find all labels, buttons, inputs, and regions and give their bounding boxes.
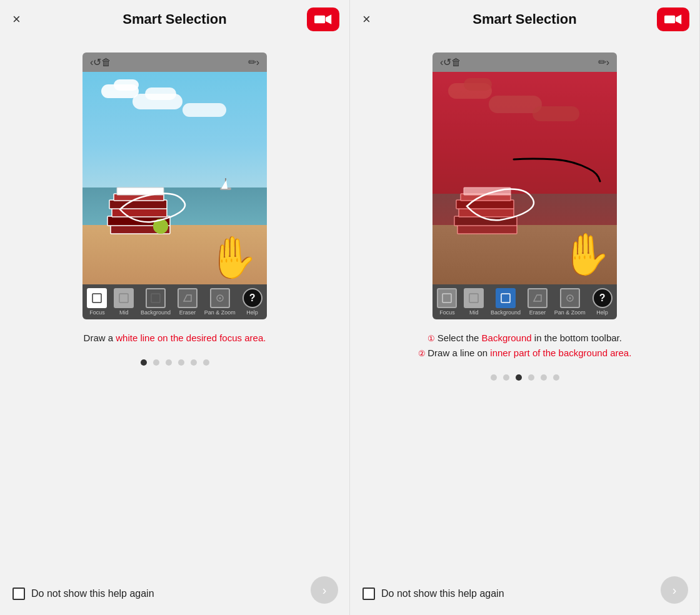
forward-icon[interactable]: › <box>256 57 259 68</box>
left-panel: × Smart Selection ‹ ↺ 🗑 ✏ › <box>0 0 350 615</box>
right-background-icon <box>496 288 516 308</box>
help-icon-container: ? <box>242 288 262 308</box>
right-help-tool[interactable]: ? Help <box>590 287 615 317</box>
right-do-not-show-label: Do not show this help again <box>381 588 504 599</box>
right-undo-icon[interactable]: ↺ <box>443 56 451 68</box>
background-icon-svg <box>150 292 161 304</box>
left-close-button[interactable]: × <box>12 11 21 28</box>
right-desc-text-1b: in the bottom toolbar. <box>532 332 622 343</box>
left-phone-toolbar: ‹ ↺ 🗑 ✏ › <box>82 52 267 72</box>
focus-label: Focus <box>89 309 105 316</box>
background-label: Background <box>141 309 171 316</box>
hand-cursor-right: 🤚 <box>560 231 611 278</box>
right-record-icon <box>664 13 682 26</box>
right-dots <box>491 374 559 381</box>
left-screen: 🤚 <box>82 72 267 284</box>
right-mid-tool[interactable]: Mid <box>461 287 486 317</box>
pencil-icon[interactable]: ✏ <box>248 56 256 68</box>
right-desc-highlight-1: Background <box>482 332 532 343</box>
eraser-icon-svg <box>182 292 193 304</box>
right-description: ① Select the Background in the bottom to… <box>406 331 644 361</box>
svg-rect-0 <box>314 16 325 23</box>
help-icon: ? <box>249 292 256 304</box>
focus-icon <box>87 288 107 308</box>
help-label: Help <box>246 309 258 316</box>
right-focus-icon <box>437 288 457 308</box>
right-background-label: Background <box>491 309 521 316</box>
right-panel: × Smart Selection ‹ ↺ 🗑 ✏ › <box>350 0 700 615</box>
right-mid-icon <box>464 288 484 308</box>
mid-icon <box>114 288 134 308</box>
right-close-button[interactable]: × <box>362 11 371 28</box>
svg-marker-17 <box>676 14 681 24</box>
svg-rect-11 <box>119 294 128 302</box>
dot-6 <box>203 359 209 366</box>
pan-zoom-icon <box>210 288 230 308</box>
right-focus-tool[interactable]: Focus <box>434 287 459 317</box>
eraser-icon <box>178 288 198 308</box>
right-pan-zoom-label: Pan & Zoom <box>554 309 586 316</box>
right-pencil-icon[interactable]: ✏ <box>598 56 606 68</box>
right-desc-text-1: Select the <box>438 332 482 343</box>
right-trash-icon[interactable]: 🗑 <box>451 57 461 68</box>
mid-tool[interactable]: Mid <box>111 287 136 317</box>
right-mid-label: Mid <box>469 309 479 316</box>
right-focus-label: Focus <box>439 309 455 316</box>
right-title: Smart Selection <box>472 11 576 28</box>
right-dot-4 <box>528 374 534 381</box>
left-phone: ‹ ↺ 🗑 ✏ › <box>82 52 267 319</box>
right-eraser-tool[interactable]: Eraser <box>525 287 550 317</box>
undo-icon[interactable]: ↺ <box>93 56 101 68</box>
right-next-arrow[interactable]: › <box>661 576 688 604</box>
right-desc-line-1: ① Select the Background in the bottom to… <box>418 331 632 346</box>
right-dot-2 <box>503 374 509 381</box>
mid-icon-svg <box>118 292 129 304</box>
left-description: Draw a white line on the desired focus a… <box>71 331 279 346</box>
right-desc-highlight-2: inner part of the background area. <box>490 348 631 358</box>
left-record-button[interactable] <box>307 8 339 31</box>
right-phone: ‹ ↺ 🗑 ✏ › <box>432 52 617 319</box>
right-background-tool[interactable]: Background <box>488 287 523 317</box>
right-eraser-label: Eraser <box>529 309 546 316</box>
eraser-tool[interactable]: Eraser <box>175 287 200 317</box>
right-dot-6 <box>553 374 559 381</box>
pan-zoom-tool[interactable]: Pan & Zoom <box>202 287 238 317</box>
svg-rect-16 <box>664 16 675 23</box>
left-dots <box>141 359 209 366</box>
left-next-arrow[interactable]: › <box>311 576 338 604</box>
right-desc-line-2: ② Draw a line on inner part of the backg… <box>418 346 632 361</box>
right-desc-text-2: Draw a line on <box>428 348 490 358</box>
dot-2 <box>153 359 159 366</box>
right-pan-zoom-icon <box>560 288 580 308</box>
svg-marker-13 <box>184 295 191 301</box>
svg-rect-24 <box>442 294 451 302</box>
right-do-not-show-checkbox[interactable] <box>362 588 375 600</box>
desc-text-1: Draw a <box>84 332 116 343</box>
background-icon <box>146 288 166 308</box>
right-eraser-svg <box>532 292 543 304</box>
right-dot-1 <box>491 374 497 381</box>
right-focus-svg <box>441 292 452 304</box>
right-pan-zoom-tool[interactable]: Pan & Zoom <box>552 287 588 317</box>
left-do-not-show-checkbox[interactable] <box>12 588 25 600</box>
pan-zoom-icon-svg <box>214 292 226 304</box>
background-tool[interactable]: Background <box>138 287 173 317</box>
right-help-icon: ? <box>599 292 606 304</box>
help-tool[interactable]: ? Help <box>240 287 265 317</box>
right-footer: Do not show this help again <box>362 588 504 600</box>
svg-marker-1 <box>326 14 331 24</box>
right-dot-3 <box>516 374 522 381</box>
right-forward-icon[interactable]: › <box>606 57 609 68</box>
focus-tool[interactable]: Focus <box>84 287 109 317</box>
right-bottom-toolbar: Focus Mid Background Er <box>432 284 617 319</box>
trash-icon[interactable]: 🗑 <box>101 57 111 68</box>
dot-1 <box>141 359 147 366</box>
left-bottom-toolbar: Focus Mid Background Er <box>82 284 267 319</box>
right-record-button[interactable] <box>657 8 689 31</box>
desc-highlight-1: white line on the desired focus area. <box>116 332 266 343</box>
record-icon <box>314 13 332 26</box>
right-header: × Smart Selection <box>350 0 699 34</box>
focus-icon-svg <box>91 292 102 304</box>
svg-rect-25 <box>469 294 478 302</box>
right-screen: 🤚 <box>432 72 617 284</box>
